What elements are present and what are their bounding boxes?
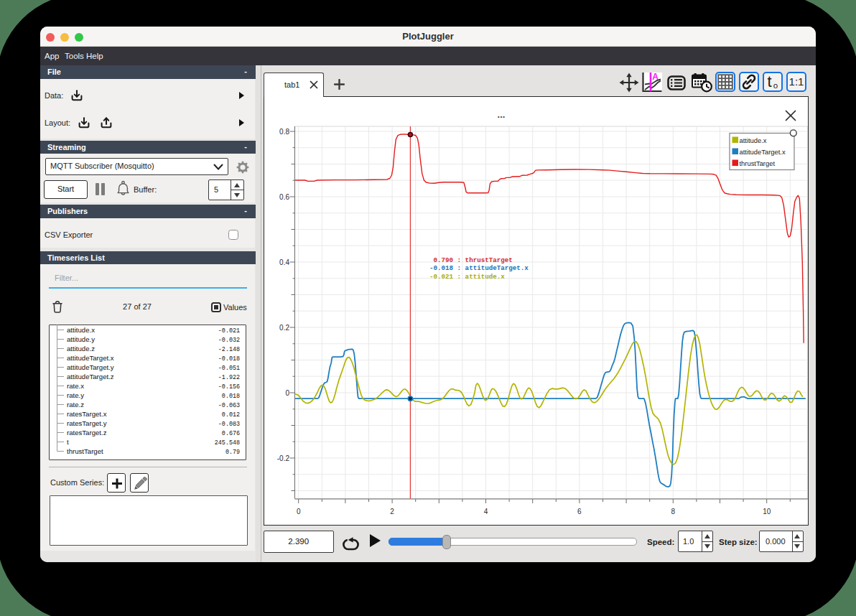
svg-text:1:1: 1:1 xyxy=(789,75,804,88)
svg-text:-0.051: -0.051 xyxy=(218,365,240,372)
svg-text:0: 0 xyxy=(285,389,289,397)
svg-text:8: 8 xyxy=(671,508,676,515)
svg-text:ratesTarget.y: ratesTarget.y xyxy=(67,419,107,427)
svg-text:-1.922: -1.922 xyxy=(218,374,240,381)
svg-text:attitude.x: attitude.x xyxy=(740,136,767,144)
svg-text:0.018: 0.018 xyxy=(222,393,240,400)
svg-text:-2.148: -2.148 xyxy=(218,346,240,353)
svg-text:-0.063: -0.063 xyxy=(218,402,240,409)
svg-text:0.676: 0.676 xyxy=(222,430,240,437)
svg-text:-0.018 : attitudeTarget.x: -0.018 : attitudeTarget.x xyxy=(429,264,529,272)
svg-text:4: 4 xyxy=(484,508,488,515)
svg-text:-0.021 : attitude.x: -0.021 : attitude.x xyxy=(429,273,505,281)
svg-text:attitudeTarget.x: attitudeTarget.x xyxy=(740,148,786,156)
svg-text:-0.083: -0.083 xyxy=(218,421,240,428)
svg-text:t: t xyxy=(768,73,772,90)
svg-text:attitudeTarget.x: attitudeTarget.x xyxy=(67,354,114,362)
svg-text:0.4: 0.4 xyxy=(279,258,289,266)
svg-text:attitudeTarget.z: attitudeTarget.z xyxy=(67,373,114,381)
svg-text:thrustTarget: thrustTarget xyxy=(740,159,776,167)
svg-text:rate.z: rate.z xyxy=(67,401,84,409)
svg-text:-0.018: -0.018 xyxy=(218,355,240,363)
svg-text:attitude.z: attitude.z xyxy=(67,345,95,353)
svg-text:10: 10 xyxy=(763,508,771,515)
svg-text:ratesTarget.z: ratesTarget.z xyxy=(67,429,107,437)
svg-text:2: 2 xyxy=(390,508,394,515)
svg-text:0.79: 0.79 xyxy=(225,449,240,456)
svg-text:rate.x: rate.x xyxy=(67,382,84,390)
svg-text:6: 6 xyxy=(577,508,582,515)
svg-text:ratesTarget.x: ratesTarget.x xyxy=(67,410,107,418)
svg-text:0.790 : thrustTarget: 0.790 : thrustTarget xyxy=(429,256,513,264)
svg-text:-0.021: -0.021 xyxy=(218,327,240,335)
svg-text:0.6: 0.6 xyxy=(279,193,289,201)
svg-text:attitude.y: attitude.y xyxy=(67,335,95,343)
svg-text:0.8: 0.8 xyxy=(279,128,289,136)
svg-text:-0.156: -0.156 xyxy=(218,383,240,391)
svg-text:attitude.x: attitude.x xyxy=(67,326,95,334)
svg-text:-0.2: -0.2 xyxy=(277,454,290,462)
svg-text:o: o xyxy=(773,81,778,90)
svg-text:245.548: 245.548 xyxy=(215,439,240,447)
svg-text:-0.032: -0.032 xyxy=(218,337,240,344)
svg-text:t: t xyxy=(67,438,69,446)
svg-text:rate.y: rate.y xyxy=(67,391,84,399)
svg-text:thrustTarget: thrustTarget xyxy=(67,447,103,455)
svg-text:attitudeTarget.y: attitudeTarget.y xyxy=(67,363,114,371)
svg-text:0.012: 0.012 xyxy=(222,411,240,419)
svg-text:0: 0 xyxy=(297,508,301,515)
svg-text:0.2: 0.2 xyxy=(279,324,289,332)
svg-text:...: ... xyxy=(498,109,506,120)
svg-text:A: A xyxy=(652,73,659,82)
